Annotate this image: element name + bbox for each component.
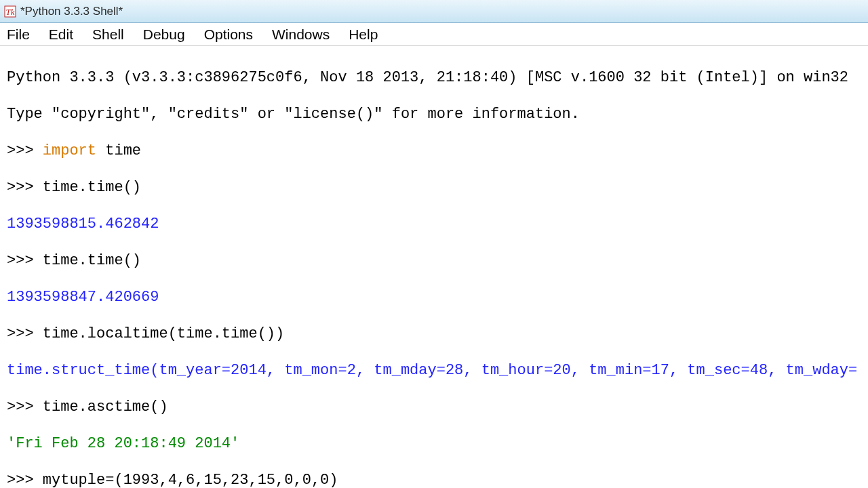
keyword: import bbox=[43, 142, 96, 159]
input-line: >>> import time bbox=[7, 142, 861, 160]
prompt: >>> bbox=[7, 325, 43, 342]
app-icon: Tk bbox=[4, 5, 16, 18]
window-title: *Python 3.3.3 Shell* bbox=[20, 5, 123, 18]
menubar: File Edit Shell Debug Options Windows He… bbox=[0, 23, 868, 46]
prompt: >>> bbox=[7, 399, 43, 415]
code-text: time.time() bbox=[43, 179, 141, 196]
code-text: time bbox=[96, 142, 141, 159]
banner-line: Python 3.3.3 (v3.3.3:c3896275c0f6, Nov 1… bbox=[7, 68, 861, 87]
prompt: >>> bbox=[7, 179, 43, 196]
output-line: 1393598847.420669 bbox=[7, 288, 861, 306]
prompt: >>> bbox=[7, 142, 43, 159]
code-text: mytuple=(1993,4,6,15,23,15,0,0,0) bbox=[43, 472, 338, 488]
banner-line: Type "copyright", "credits" or "license(… bbox=[7, 105, 861, 123]
code-text: time.asctime() bbox=[43, 399, 168, 415]
input-line: >>> time.localtime(time.time()) bbox=[7, 325, 861, 343]
input-line: >>> mytuple=(1993,4,6,15,23,15,0,0,0) bbox=[7, 471, 861, 488]
code-text: time.time() bbox=[43, 252, 141, 269]
output-line: 1393598815.462842 bbox=[7, 215, 861, 233]
titlebar: Tk *Python 3.3.3 Shell* bbox=[0, 0, 868, 23]
code-text: time.localtime(time.time()) bbox=[43, 325, 284, 342]
prompt: >>> bbox=[7, 252, 43, 269]
menu-help[interactable]: Help bbox=[339, 24, 387, 45]
input-line: >>> time.asctime() bbox=[7, 398, 861, 416]
prompt: >>> bbox=[7, 472, 43, 488]
menu-file[interactable]: File bbox=[3, 24, 39, 45]
menu-debug[interactable]: Debug bbox=[134, 24, 195, 45]
input-line: >>> time.time() bbox=[7, 251, 861, 270]
output-line: 'Fri Feb 28 20:18:49 2014' bbox=[7, 434, 861, 453]
console-area[interactable]: Python 3.3.3 (v3.3.3:c3896275c0f6, Nov 1… bbox=[0, 46, 868, 488]
output-line: time.struct_time(tm_year=2014, tm_mon=2,… bbox=[7, 361, 861, 380]
svg-text:Tk: Tk bbox=[6, 7, 15, 17]
input-line: >>> time.time() bbox=[7, 178, 861, 197]
menu-options[interactable]: Options bbox=[195, 24, 262, 45]
menu-windows[interactable]: Windows bbox=[262, 24, 339, 45]
menu-shell[interactable]: Shell bbox=[83, 24, 134, 45]
menu-edit[interactable]: Edit bbox=[39, 24, 83, 45]
